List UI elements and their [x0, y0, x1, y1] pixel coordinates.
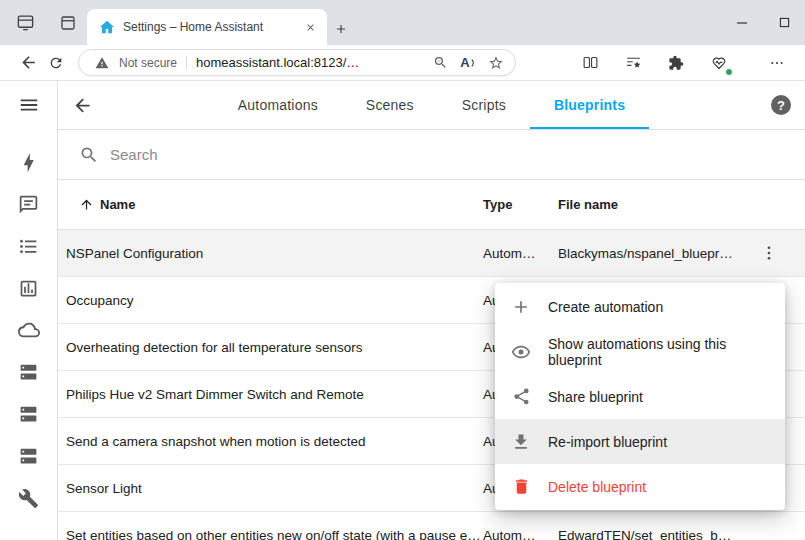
minimize-button[interactable] [721, 0, 763, 45]
row-name: Overheating detection for all temperatur… [58, 340, 483, 355]
menu-item-label: Re-import blueprint [548, 434, 667, 450]
search-bar [58, 130, 805, 180]
star-icon [488, 55, 504, 71]
menu-item-delete-blueprint[interactable]: Delete blueprint [495, 464, 785, 509]
kebab-menu-icon [760, 244, 778, 262]
sidebar-item-energy[interactable] [0, 141, 57, 183]
ellipsis-icon [769, 55, 785, 71]
help-button[interactable]: ? [757, 95, 805, 115]
tab-automations[interactable]: Automations [214, 81, 342, 129]
browser-window: Settings – Home Assistant [0, 0, 805, 540]
column-header-name[interactable]: Name [58, 197, 483, 212]
table-row[interactable]: Set entities based on other entities new… [58, 512, 805, 540]
back-button[interactable] [14, 49, 42, 77]
site-info-warning-icon[interactable] [91, 52, 113, 74]
back-arrow-icon [72, 95, 93, 116]
lightning-bolt-icon [18, 152, 39, 173]
ha-header: Automations Scenes Scripts Blueprints ? [58, 81, 805, 130]
security-label: Not secure [119, 56, 177, 70]
favorites-hub-button[interactable] [619, 49, 647, 77]
browser-essentials-button[interactable] [705, 49, 733, 77]
extensions-button[interactable] [662, 49, 690, 77]
plus-icon [511, 297, 531, 317]
ha-back-button[interactable] [58, 81, 106, 129]
minimize-icon [736, 17, 748, 29]
sidebar-item-server-2[interactable] [0, 393, 57, 435]
browser-toolbar: Not secure homeassistant.local:8123/… A [0, 45, 805, 81]
address-bar[interactable]: Not secure homeassistant.local:8123/… A [78, 49, 516, 76]
bullet-list-icon [18, 236, 39, 257]
tab-title: Settings – Home Assistant [123, 20, 293, 34]
column-header-file-name[interactable]: File name [558, 197, 733, 212]
workspaces-icon[interactable] [16, 13, 35, 32]
menu-item-label: Delete blueprint [548, 479, 646, 495]
menu-item-create-automation[interactable]: Create automation [495, 284, 785, 329]
refresh-button[interactable] [42, 49, 70, 77]
sidebar-item-logbook[interactable] [0, 225, 57, 267]
menu-item-show-automations[interactable]: Show automations using this blueprint [495, 329, 785, 374]
split-screen-button[interactable] [576, 49, 604, 77]
tab-scripts[interactable]: Scripts [438, 81, 530, 129]
cloud-icon [18, 319, 40, 341]
favorite-star-button[interactable] [485, 52, 507, 74]
row-name: Set entities based on other entities new… [58, 528, 483, 540]
vertical-tabs-icon[interactable] [59, 14, 77, 32]
table-header-row: Name Type File name [58, 180, 805, 230]
search-icon [79, 145, 99, 165]
url-text[interactable]: homeassistant.local:8123/… [196, 55, 423, 70]
row-name: Philips Hue v2 Smart Dimmer Switch and R… [58, 387, 483, 402]
read-aloud-button[interactable]: A [457, 52, 479, 74]
row-name: NSPanel Configuration [58, 246, 483, 261]
row-name: Sensor Light [58, 481, 483, 496]
menu-item-label: Create automation [548, 299, 663, 315]
server-icon [18, 362, 39, 383]
sidebar-item-cloud[interactable] [0, 309, 57, 351]
sidebar-menu-button[interactable] [0, 81, 57, 129]
row-name: Occupancy [58, 293, 483, 308]
menu-item-reimport-blueprint[interactable]: Re-import blueprint [495, 419, 785, 464]
row-file: Blackymas/nspanel_blueprin… [558, 246, 733, 261]
eye-icon [511, 342, 531, 362]
ha-nav-tabs: Automations Scenes Scripts Blueprints [58, 81, 805, 129]
favorites-hub-icon [625, 54, 642, 71]
new-tab-button[interactable] [327, 13, 355, 45]
tab-close-button[interactable] [301, 18, 319, 36]
back-arrow-icon [19, 53, 38, 72]
browser-essentials-icon [711, 55, 727, 71]
sidebar-item-assist[interactable] [0, 183, 57, 225]
row-type: Autom… [483, 528, 558, 540]
wrench-icon [18, 488, 39, 509]
sidebar-item-history[interactable] [0, 267, 57, 309]
sidebar-item-server-1[interactable] [0, 351, 57, 393]
row-file: EdwardTEN/set_entities_bas… [558, 528, 733, 540]
essentials-status-badge [725, 68, 733, 76]
search-input[interactable] [110, 146, 789, 163]
hamburger-icon [18, 94, 40, 116]
browser-menu-button[interactable] [763, 49, 791, 77]
ha-sidebar [0, 81, 58, 540]
sidebar-item-server-3[interactable] [0, 435, 57, 477]
server-icon [18, 404, 39, 425]
plus-icon [334, 22, 348, 36]
maximize-button[interactable] [763, 0, 805, 45]
table-row[interactable]: NSPanel Configuration Autom… Blackymas/n… [58, 230, 805, 277]
row-menu-button[interactable] [751, 235, 787, 271]
browser-tab[interactable]: Settings – Home Assistant [87, 9, 327, 45]
home-assistant-favicon-icon [99, 19, 115, 35]
column-header-type[interactable]: Type [483, 197, 558, 212]
blueprint-context-menu: Create automation Show automations using… [495, 283, 785, 510]
read-aloud-icon: A [460, 55, 475, 70]
maximize-icon [779, 17, 790, 28]
row-name: Send a camera snapshot when motion is de… [58, 434, 483, 449]
tab-scenes[interactable]: Scenes [342, 81, 438, 129]
menu-item-share-blueprint[interactable]: Share blueprint [495, 374, 785, 419]
sidebar-item-developer-tools[interactable] [0, 477, 57, 519]
refresh-icon [48, 55, 64, 71]
split-screen-icon [582, 54, 599, 71]
close-icon [305, 22, 316, 33]
zoom-out-button[interactable] [429, 52, 451, 74]
zoom-out-icon [433, 55, 448, 70]
chat-icon [18, 194, 39, 215]
row-type: Autom… [483, 246, 558, 261]
tab-blueprints[interactable]: Blueprints [530, 81, 649, 129]
